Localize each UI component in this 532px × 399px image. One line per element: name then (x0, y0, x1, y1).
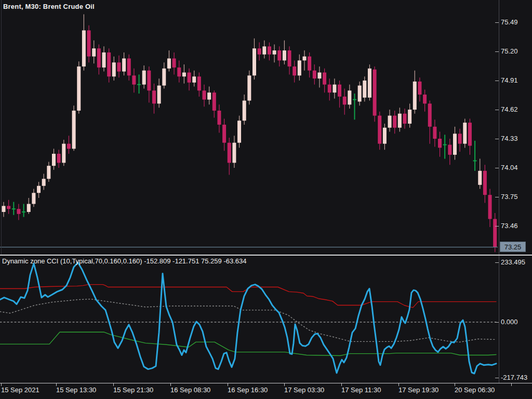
candle (348, 85, 351, 109)
candle (298, 55, 301, 81)
time-axis-label: 15 Sep 21:30 (113, 386, 153, 394)
candle (408, 103, 411, 127)
candle (188, 69, 191, 90)
candle (247, 71, 251, 105)
candle (433, 119, 436, 147)
candle (107, 48, 111, 83)
price-tick (495, 51, 499, 52)
current-price-badge: 73.25 (500, 242, 526, 252)
time-axis-label: 16 Sep 16:30 (228, 386, 268, 394)
candle (418, 77, 421, 101)
time-axis-label: 15 Sep 2021 (1, 386, 39, 394)
candle (42, 174, 46, 190)
candle (328, 78, 331, 100)
chart-title: Brent, M30: Brent Crude Oil (3, 3, 95, 10)
candle (152, 84, 156, 114)
candle (92, 41, 96, 63)
series-cci (0, 262, 496, 374)
candle (112, 57, 116, 81)
candle (303, 50, 307, 71)
candle (243, 95, 246, 125)
candle (413, 71, 417, 114)
indicator-axis-label: 0.000 (501, 318, 531, 326)
candle (308, 52, 311, 77)
price-tick (495, 22, 499, 23)
candle (67, 136, 71, 154)
price-tick (495, 139, 499, 139)
time-axis-label: 17 Sep 11:30 (341, 386, 381, 394)
candle (493, 213, 497, 252)
time-axis-label: 15 Sep 13:30 (56, 386, 96, 394)
candle (388, 110, 392, 131)
candle (162, 62, 166, 88)
candle (488, 189, 492, 227)
price-axis-label: 73.46 (501, 222, 531, 230)
candle (398, 108, 402, 131)
candle (62, 140, 65, 166)
candle (212, 90, 216, 117)
time-axis-label: 16 Sep 08:30 (170, 386, 210, 394)
price-axis-label: 74.33 (501, 135, 531, 143)
candle (192, 71, 196, 87)
candle (122, 52, 126, 75)
candle (77, 61, 81, 113)
candle (17, 204, 20, 220)
candle (273, 44, 276, 62)
time-axis-label: 20 Sep 06:30 (455, 386, 495, 394)
candle (358, 82, 362, 105)
candle (147, 66, 151, 103)
doji-candle (443, 135, 447, 158)
time-axis-border (0, 383, 532, 383)
candle (177, 60, 181, 82)
candle (32, 189, 35, 207)
doji-candle (12, 202, 16, 215)
time-axis-label: 17 Sep 03:30 (284, 386, 324, 394)
candle (368, 64, 371, 101)
candle (317, 66, 321, 88)
doji-candle (353, 94, 356, 119)
candle (383, 124, 387, 150)
price-axis-label: 74.04 (501, 164, 531, 172)
price-tick (495, 110, 499, 110)
candle (373, 66, 377, 122)
candle (2, 202, 6, 217)
main-chart-canvas[interactable] (0, 0, 499, 255)
indicator-tick (495, 262, 499, 263)
time-tick (511, 383, 512, 386)
doji-candle (137, 74, 141, 94)
doji-candle (22, 204, 25, 217)
candle (277, 46, 281, 66)
candle (37, 182, 41, 198)
candle (393, 111, 396, 134)
price-tick (495, 81, 499, 81)
indicator-tick (495, 378, 499, 378)
candle (288, 46, 291, 74)
candle (483, 165, 487, 203)
price-axis-label: 74.91 (501, 76, 531, 85)
indicator-title: Dynamic zone CCI (10,Typical,70,0.160,0.… (2, 257, 246, 265)
price-tick (495, 197, 499, 197)
candle (343, 88, 347, 114)
candle (468, 118, 472, 155)
candle (363, 76, 366, 101)
candle (423, 89, 427, 111)
pane-splitter[interactable] (0, 255, 532, 256)
candle (262, 41, 266, 59)
candle (428, 101, 432, 144)
candle (237, 116, 241, 148)
candle (252, 38, 256, 79)
chart-left-edge-line (1, 0, 2, 255)
candle (453, 127, 457, 160)
candle (332, 78, 336, 99)
candle (52, 149, 56, 170)
series-lower-band (0, 332, 496, 355)
indicator-axis-label: 233.495 (501, 258, 531, 267)
cci-indicator-canvas[interactable] (0, 255, 499, 383)
candle (102, 46, 106, 71)
candle (258, 43, 261, 61)
mt5-chart-window: Brent, M30: Brent Crude Oil Dynamic zone… (0, 0, 532, 399)
candle (292, 60, 296, 82)
candle (448, 139, 451, 165)
candle (228, 138, 231, 175)
candle (232, 136, 236, 168)
